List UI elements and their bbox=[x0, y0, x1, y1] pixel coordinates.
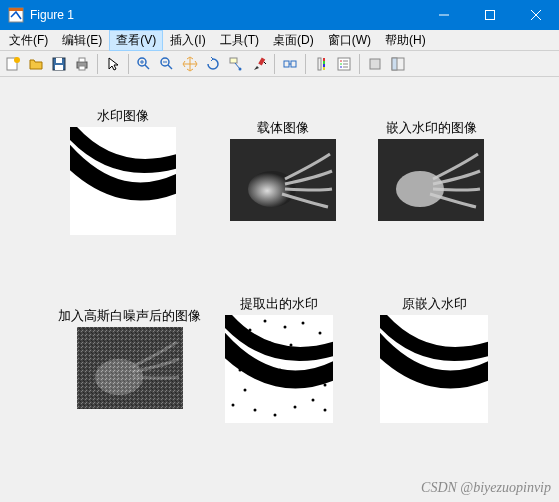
maximize-button[interactable] bbox=[467, 0, 513, 30]
svg-rect-28 bbox=[318, 58, 321, 70]
svg-point-60 bbox=[284, 326, 287, 329]
subplot-title: 提取出的水印 bbox=[225, 295, 333, 313]
svg-rect-21 bbox=[230, 58, 237, 63]
svg-rect-26 bbox=[291, 61, 296, 67]
subplot-carrier: 载体图像 bbox=[230, 119, 336, 221]
svg-point-67 bbox=[312, 399, 315, 402]
subplot-title: 水印图像 bbox=[70, 107, 176, 125]
svg-point-62 bbox=[319, 332, 322, 335]
image-original-embedded[interactable] bbox=[380, 315, 488, 423]
window-controls bbox=[421, 0, 559, 30]
legend-icon[interactable] bbox=[333, 53, 355, 75]
menu-bar: 文件(F) 编辑(E) 查看(V) 插入(I) 工具(T) 桌面(D) 窗口(W… bbox=[0, 30, 559, 51]
brush-icon[interactable] bbox=[248, 53, 270, 75]
pan-icon[interactable] bbox=[179, 53, 201, 75]
menu-edit[interactable]: 编辑(E) bbox=[55, 30, 109, 51]
menu-tools[interactable]: 工具(T) bbox=[213, 30, 266, 51]
svg-point-64 bbox=[254, 409, 257, 412]
svg-point-59 bbox=[264, 320, 267, 323]
svg-rect-13 bbox=[79, 66, 85, 70]
svg-point-71 bbox=[304, 374, 307, 377]
pointer-icon[interactable] bbox=[102, 53, 124, 75]
menu-desktop[interactable]: 桌面(D) bbox=[266, 30, 321, 51]
svg-rect-31 bbox=[323, 64, 325, 67]
dock-icon[interactable] bbox=[387, 53, 409, 75]
svg-rect-9 bbox=[56, 58, 62, 63]
svg-rect-12 bbox=[79, 58, 85, 62]
menu-help[interactable]: 帮助(H) bbox=[378, 30, 433, 51]
svg-line-15 bbox=[145, 65, 149, 69]
subplot-embedded: 嵌入水印的图像 bbox=[378, 119, 484, 221]
svg-rect-30 bbox=[323, 61, 325, 64]
subplot-watermark: 水印图像 bbox=[70, 107, 176, 235]
subplot-original-embedded: 原嵌入水印 bbox=[380, 295, 488, 423]
figure-canvas: 水印图像 载体图像 嵌入水印的图像 加入高斯白噪声后的图像 提取出的水印 原嵌入… bbox=[0, 77, 559, 502]
svg-rect-1 bbox=[9, 8, 23, 11]
svg-rect-24 bbox=[258, 57, 265, 65]
minimize-button[interactable] bbox=[421, 0, 467, 30]
close-button[interactable] bbox=[513, 0, 559, 30]
svg-point-23 bbox=[239, 67, 242, 70]
svg-rect-50 bbox=[77, 327, 183, 409]
toolbar-separator bbox=[128, 54, 129, 74]
image-extracted[interactable] bbox=[225, 315, 333, 423]
toolbar-separator bbox=[359, 54, 360, 74]
app-icon bbox=[8, 7, 24, 23]
window-title: Figure 1 bbox=[30, 8, 421, 22]
svg-point-69 bbox=[232, 404, 235, 407]
title-bar: Figure 1 bbox=[0, 0, 559, 30]
svg-line-19 bbox=[168, 65, 172, 69]
subplot-title: 原嵌入水印 bbox=[380, 295, 488, 313]
zoom-in-icon[interactable] bbox=[133, 53, 155, 75]
svg-point-61 bbox=[302, 322, 305, 325]
svg-rect-25 bbox=[284, 61, 289, 67]
image-carrier[interactable] bbox=[230, 139, 336, 221]
new-figure-icon[interactable] bbox=[2, 53, 24, 75]
image-embedded[interactable] bbox=[378, 139, 484, 221]
rotate-icon[interactable] bbox=[202, 53, 224, 75]
zoom-out-icon[interactable] bbox=[156, 53, 178, 75]
svg-point-57 bbox=[234, 322, 237, 325]
svg-point-66 bbox=[294, 406, 297, 409]
svg-point-58 bbox=[249, 329, 252, 332]
svg-point-7 bbox=[14, 57, 20, 63]
toolbar-separator bbox=[274, 54, 275, 74]
colorbar-icon[interactable] bbox=[310, 53, 332, 75]
print-icon[interactable] bbox=[71, 53, 93, 75]
link-data-icon[interactable] bbox=[279, 53, 301, 75]
image-watermark[interactable] bbox=[70, 127, 176, 235]
menu-window[interactable]: 窗口(W) bbox=[321, 30, 378, 51]
svg-point-75 bbox=[244, 389, 247, 392]
svg-point-70 bbox=[279, 369, 282, 372]
save-icon[interactable] bbox=[48, 53, 70, 75]
toolbar-separator bbox=[97, 54, 98, 74]
subplot-title: 嵌入水印的图像 bbox=[378, 119, 484, 137]
svg-point-65 bbox=[274, 414, 277, 417]
menu-file[interactable]: 文件(F) bbox=[2, 30, 55, 51]
subplot-title: 加入高斯白噪声后的图像 bbox=[58, 307, 201, 325]
subplot-noisy: 加入高斯白噪声后的图像 bbox=[58, 307, 201, 409]
svg-rect-10 bbox=[55, 65, 63, 70]
open-icon[interactable] bbox=[25, 53, 47, 75]
csdn-watermark: CSDN @biyezuopinvip bbox=[421, 480, 551, 496]
svg-rect-3 bbox=[486, 11, 495, 20]
data-cursor-icon[interactable] bbox=[225, 53, 247, 75]
hide-tools-icon[interactable] bbox=[364, 53, 386, 75]
svg-point-74 bbox=[290, 344, 293, 347]
svg-point-73 bbox=[269, 342, 272, 345]
svg-point-72 bbox=[316, 354, 319, 357]
svg-rect-40 bbox=[370, 59, 380, 69]
subplot-title: 载体图像 bbox=[230, 119, 336, 137]
menu-view[interactable]: 查看(V) bbox=[109, 30, 163, 51]
svg-point-68 bbox=[324, 384, 327, 387]
svg-rect-42 bbox=[392, 58, 397, 70]
svg-point-76 bbox=[324, 409, 327, 412]
svg-point-63 bbox=[239, 369, 242, 372]
toolbar-separator bbox=[305, 54, 306, 74]
svg-rect-29 bbox=[323, 58, 325, 61]
subplot-extracted: 提取出的水印 bbox=[225, 295, 333, 423]
svg-rect-32 bbox=[323, 67, 325, 70]
menu-insert[interactable]: 插入(I) bbox=[163, 30, 212, 51]
toolbar bbox=[0, 51, 559, 77]
image-noisy[interactable] bbox=[77, 327, 183, 409]
